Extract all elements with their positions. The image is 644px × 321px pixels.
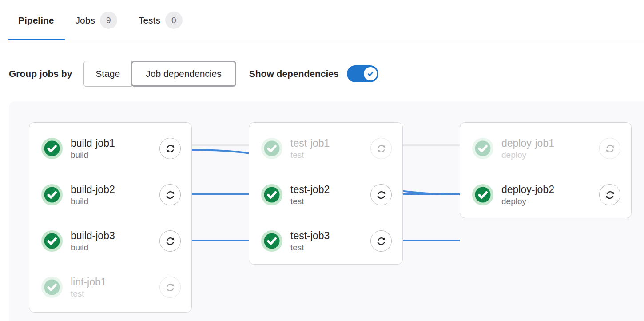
job-stage: test (71, 289, 159, 299)
job-group-card-deploy: deploy-job1 deploy deploy-job2 deploy (460, 122, 632, 218)
status-success-icon (261, 230, 282, 252)
job-item-build-job3[interactable]: build-job3 build (29, 218, 191, 264)
graph-controls: Group jobs by Stage Job dependencies Sho… (9, 61, 644, 87)
job-item-lint-job1[interactable]: lint-job1 test (29, 264, 191, 310)
retry-icon (604, 189, 616, 201)
status-success-icon (261, 184, 282, 205)
group-by-segmented-control: Stage Job dependencies (83, 61, 236, 87)
retry-job-button[interactable] (159, 230, 181, 252)
pipeline-graph: build-job1 build build-job2 build build-… (9, 101, 644, 321)
status-success-icon (41, 184, 63, 205)
tab-tests-label: Tests (139, 15, 160, 26)
job-item-test-job3[interactable]: test-job3 test (249, 218, 402, 264)
job-stage: build (71, 196, 159, 207)
job-name: test-job2 (290, 183, 370, 196)
job-name: build-job3 (71, 229, 159, 242)
job-name: build-job1 (71, 137, 159, 150)
retry-job-button[interactable] (370, 184, 392, 205)
retry-icon (604, 143, 616, 155)
job-group-card-build: build-job1 build build-job2 build build-… (29, 122, 192, 313)
job-item-deploy-job1[interactable]: deploy-job1 deploy (460, 125, 631, 172)
pipeline-tabs: Pipeline Jobs 9 Tests 0 (0, 0, 644, 40)
tab-jobs[interactable]: Jobs 9 (65, 0, 128, 40)
jobs-count-badge: 9 (100, 12, 117, 29)
job-item-test-job1[interactable]: test-job1 test (249, 125, 402, 172)
retry-job-button[interactable] (599, 138, 620, 159)
tab-jobs-label: Jobs (76, 15, 95, 26)
job-item-build-job1[interactable]: build-job1 build (29, 125, 191, 172)
retry-job-button[interactable] (370, 138, 392, 159)
status-success-icon (41, 138, 63, 159)
retry-icon (164, 235, 176, 247)
status-success-icon (41, 230, 63, 252)
retry-icon (164, 143, 176, 155)
job-item-build-job2[interactable]: build-job2 build (29, 172, 191, 218)
job-name: test-job1 (290, 137, 370, 150)
status-success-icon (472, 184, 493, 205)
retry-job-button[interactable] (159, 277, 181, 298)
retry-job-button[interactable] (370, 230, 392, 252)
group-by-stage-button[interactable]: Stage (83, 61, 132, 87)
job-stage: deploy (501, 196, 599, 207)
show-dependencies-toggle[interactable] (347, 65, 378, 82)
job-name: lint-job1 (71, 276, 159, 289)
tab-pipeline[interactable]: Pipeline (8, 0, 65, 40)
toggle-knob (364, 67, 377, 80)
retry-job-button[interactable] (159, 138, 181, 159)
job-name: test-job3 (290, 229, 370, 242)
job-stage: test (290, 242, 370, 253)
job-stage: test (290, 196, 370, 207)
show-dependencies-label: Show dependencies (249, 68, 339, 79)
status-success-icon (261, 138, 282, 159)
job-name: build-job2 (71, 183, 159, 196)
job-stage: build (71, 150, 159, 160)
retry-icon (375, 189, 387, 201)
retry-icon (164, 189, 176, 201)
job-group-card-test: test-job1 test test-job2 test test-job3 … (249, 122, 403, 265)
tests-count-badge: 0 (165, 12, 183, 29)
job-stage: deploy (501, 150, 599, 160)
job-item-deploy-job2[interactable]: deploy-job2 deploy (460, 172, 631, 218)
status-success-icon (41, 277, 63, 298)
job-item-test-job2[interactable]: test-job2 test (249, 172, 402, 218)
status-success-icon (472, 138, 493, 159)
tab-tests[interactable]: Tests 0 (128, 0, 193, 40)
job-stage: test (290, 150, 370, 160)
retry-icon (164, 281, 176, 293)
tab-pipeline-label: Pipeline (18, 15, 54, 26)
job-name: deploy-job2 (501, 183, 599, 196)
job-stage: build (71, 242, 159, 253)
retry-icon (375, 143, 387, 155)
group-by-job-dependencies-button[interactable]: Job dependencies (131, 61, 236, 87)
retry-icon (375, 235, 387, 247)
retry-job-button[interactable] (599, 184, 620, 205)
check-icon (366, 69, 375, 78)
retry-job-button[interactable] (159, 184, 181, 205)
group-jobs-by-label: Group jobs by (9, 68, 72, 79)
job-name: deploy-job1 (501, 137, 599, 150)
